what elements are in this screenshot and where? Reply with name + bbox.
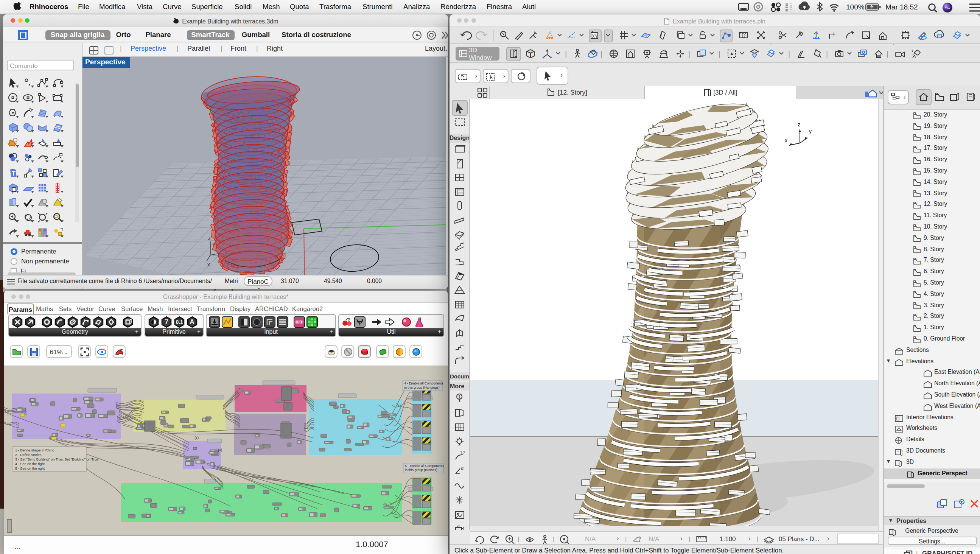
svg-text:y: y [809, 128, 811, 134]
svg-text:T: T [12, 170, 16, 177]
svg-text:(3): (3) [218, 448, 222, 452]
svg-text:(2): (2) [193, 447, 197, 450]
svg-text:x: x [207, 261, 210, 267]
svg-text:0.1: 0.1 [175, 318, 183, 325]
svg-text:1 - Define shape in Rhino: 1 - Define shape in Rhino [15, 449, 54, 452]
svg-text:1.2: 1.2 [460, 451, 465, 455]
svg-text:XY: XY [592, 34, 597, 39]
svg-text:z: z [798, 121, 800, 127]
svg-text:z: z [208, 235, 210, 241]
svg-text:A: A [189, 318, 194, 325]
svg-text:2 - Define stories: 2 - Define stories [15, 453, 41, 457]
svg-text:in this group (Bushes): in this group (Bushes) [405, 468, 438, 472]
svg-text:5 - Enable all Components: 5 - Enable all Components [405, 464, 444, 468]
svg-text:4 - Enable all Components: 4 - Enable all Components [404, 381, 444, 385]
svg-text:7: 7 [165, 318, 169, 325]
svg-text:in this group (Hangings): in this group (Hangings) [404, 385, 439, 389]
svg-text:1: 1 [458, 394, 460, 400]
svg-text:(1): (1) [194, 436, 199, 440]
svg-text:α: α [460, 466, 463, 471]
svg-text:100%: 100% [846, 3, 865, 11]
svg-text:3 - Set "Sync Building" on Tru: 3 - Set "Sync Building" on True, Set "Bu… [15, 457, 99, 461]
svg-text:4 - See on the right: 4 - See on the right [15, 462, 45, 466]
svg-text:Mar 18:52: Mar 18:52 [885, 3, 918, 11]
svg-text:5 - See on the right: 5 - See on the right [15, 466, 45, 470]
svg-text:12: 12 [741, 34, 745, 38]
svg-text:x: x [785, 137, 788, 143]
